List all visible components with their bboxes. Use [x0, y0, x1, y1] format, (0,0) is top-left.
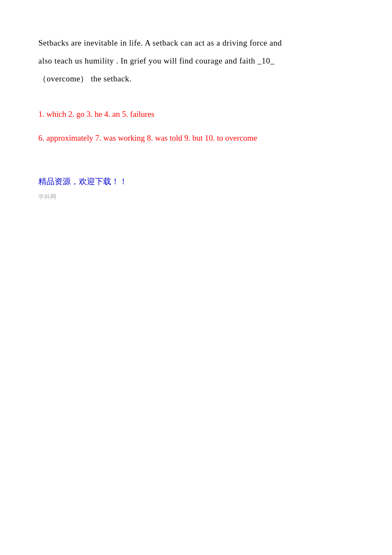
paragraph-line1: Setbacks are inevitable in life. A setba… [38, 34, 354, 52]
download-section: 精品资源，欢迎下载！！ 学科网 [38, 173, 354, 202]
paragraph-line2: also teach us humility . In grief you wi… [38, 52, 354, 70]
watermark-text: 学科网 [38, 191, 354, 202]
page-container: Setbacks are inevitable in life. A setba… [0, 0, 392, 555]
download-text: 精品资源，欢迎下载！！ [38, 173, 354, 190]
answers-row2: 6. approximately 7. was working 8. was t… [38, 128, 354, 148]
answers-row1: 1. which 2. go 3. he 4. an 5. failures [38, 104, 354, 124]
answers-section: 1. which 2. go 3. he 4. an 5. failures 6… [38, 104, 354, 147]
paragraph-section: Setbacks are inevitable in life. A setba… [38, 34, 354, 87]
paragraph-line3: （overcome） the setback. [38, 70, 354, 88]
